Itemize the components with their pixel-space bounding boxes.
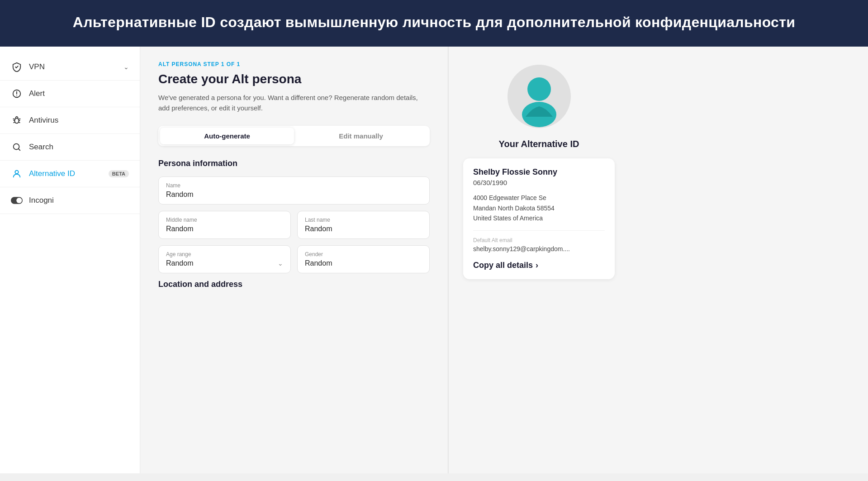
gender-label: Gender	[305, 251, 422, 257]
sidebar-item-alt-id[interactable]: Alternative ID BETA	[0, 161, 140, 187]
age-gender-row: Age range Random ⌄ Gender Random	[158, 245, 430, 273]
name-row: Middle name Random Last name Random	[158, 211, 430, 239]
id-email-label: Default Alt email	[473, 237, 605, 243]
bug-icon	[11, 114, 23, 126]
page-title: Create your Alt persona	[158, 72, 430, 86]
search-label: Search	[29, 143, 129, 152]
age-range-field[interactable]: Age range Random ⌄	[158, 245, 291, 273]
name-label: Name	[166, 182, 422, 189]
incogni-label: Incogni	[29, 196, 129, 205]
gender-field[interactable]: Gender Random	[297, 245, 430, 273]
id-address-line3: United States of America	[473, 214, 543, 222]
toggle-tabs: Auto-generate Edit manually	[158, 126, 430, 146]
id-card: Shelby Flossie Sonny 06/30/1990 4000 Edg…	[463, 158, 615, 279]
gender-value: Random	[305, 259, 422, 267]
copy-details-label: Copy all details	[473, 261, 533, 270]
hero-banner: Альтернативные ID создают вымышленную ли…	[0, 0, 868, 47]
location-section-title: Location and address	[158, 280, 430, 289]
svg-point-7	[527, 77, 551, 101]
form-panel: ALT PERSONA STEP 1 OF 1 Create your Alt …	[140, 47, 448, 473]
step-label: ALT PERSONA STEP 1 OF 1	[158, 61, 430, 67]
antivirus-label: Antivirus	[29, 116, 129, 125]
sidebar-item-antivirus[interactable]: Antivirus	[0, 107, 140, 134]
middle-name-value: Random	[166, 225, 283, 233]
avatar	[508, 65, 571, 128]
age-range-value: Random	[166, 259, 193, 267]
svg-point-5	[16, 198, 22, 203]
sidebar: VPN ⌄ Alert Antivirus	[0, 47, 140, 473]
copy-details-button[interactable]: Copy all details ›	[473, 261, 538, 270]
right-panel: Your Alternative ID Shelby Flossie Sonny…	[448, 47, 629, 473]
main-layout: VPN ⌄ Alert Antivirus	[0, 47, 868, 473]
alert-label: Alert	[29, 89, 129, 98]
id-email-section: Default Alt email shelby.sonny129@carpki…	[473, 230, 605, 252]
beta-badge: BETA	[109, 170, 129, 177]
person-icon	[11, 168, 23, 180]
id-dob: 06/30/1990	[473, 179, 605, 186]
tab-edit-manually[interactable]: Edit manually	[294, 128, 428, 144]
svg-point-1	[14, 119, 19, 124]
name-value: Random	[166, 190, 422, 199]
alert-icon	[11, 88, 23, 100]
tab-auto-generate[interactable]: Auto-generate	[160, 128, 294, 144]
page-description: We've generated a persona for you. Want …	[158, 93, 430, 113]
sidebar-item-search[interactable]: Search	[0, 134, 140, 161]
sidebar-item-vpn[interactable]: VPN ⌄	[0, 54, 140, 81]
chevron-right-icon: ›	[536, 261, 538, 270]
last-name-label: Last name	[305, 217, 422, 223]
id-email-value: shelby.sonny129@carpkingdom....	[473, 245, 605, 252]
age-range-label: Age range	[166, 251, 283, 257]
middle-name-field[interactable]: Middle name Random	[158, 211, 291, 239]
chevron-down-icon: ⌄	[278, 260, 283, 267]
persona-info-section-title: Persona information	[158, 159, 430, 168]
sidebar-item-incogni[interactable]: Incogni	[0, 187, 140, 214]
id-name: Shelby Flossie Sonny	[473, 167, 605, 177]
chevron-down-icon: ⌄	[123, 63, 129, 71]
vpn-label: VPN	[29, 62, 117, 71]
hero-text: Альтернативные ID создают вымышленную ли…	[73, 14, 795, 30]
name-field[interactable]: Name Random	[158, 176, 430, 205]
shield-icon	[11, 61, 23, 73]
id-address-line2: Mandan North Dakota 58554	[473, 205, 555, 212]
search-icon	[11, 141, 23, 153]
alt-id-label: Alternative ID	[29, 169, 100, 178]
last-name-value: Random	[305, 225, 422, 233]
id-address-line1: 4000 Edgewater Place Se	[473, 194, 546, 201]
id-address: 4000 Edgewater Place Se Mandan North Dak…	[473, 193, 605, 223]
svg-point-3	[15, 171, 18, 174]
alt-id-title: Your Alternative ID	[499, 139, 579, 149]
last-name-field[interactable]: Last name Random	[297, 211, 430, 239]
sidebar-item-alert[interactable]: Alert	[0, 81, 140, 107]
content-area: ALT PERSONA STEP 1 OF 1 Create your Alt …	[140, 47, 868, 473]
toggle-icon	[11, 195, 23, 206]
middle-name-label: Middle name	[166, 217, 283, 223]
